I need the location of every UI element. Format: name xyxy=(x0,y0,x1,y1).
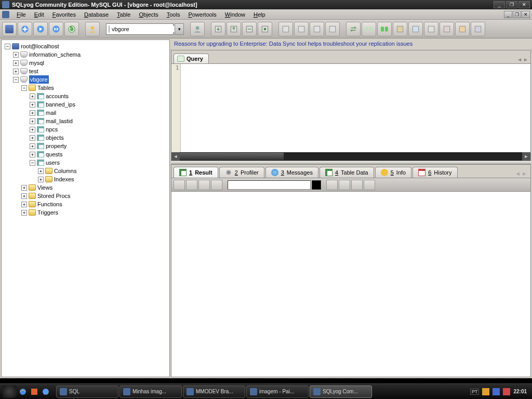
expander-icon[interactable]: − xyxy=(13,77,19,83)
users-button[interactable] xyxy=(190,22,205,36)
result-tool-1[interactable] xyxy=(326,180,338,190)
taskbar-item[interactable]: MMODEV Bra... xyxy=(183,385,245,398)
expander-icon[interactable]: + xyxy=(30,152,35,157)
menu-edit[interactable]: Edit xyxy=(30,10,48,19)
sql-editor[interactable]: 1 ◄ ► xyxy=(171,63,531,161)
tab-history[interactable]: 6 History xyxy=(413,167,457,178)
mdi-restore-button[interactable]: ❐ xyxy=(513,11,521,18)
tab-result[interactable]: 1 Result xyxy=(174,167,218,178)
tray-icon-1[interactable] xyxy=(482,388,489,395)
tab-next-icon[interactable]: ► xyxy=(523,57,528,62)
taskbar-clock[interactable]: 22:01 xyxy=(513,389,527,394)
expander-icon[interactable]: + xyxy=(38,177,44,182)
database-selector-input[interactable] xyxy=(112,26,183,32)
tree-node-stored-procs[interactable]: +Stored Procs xyxy=(20,192,168,200)
tree-node-test[interactable]: +test xyxy=(12,67,168,75)
database-selector[interactable] xyxy=(106,23,174,35)
tab-info[interactable]: 5 Info xyxy=(375,167,411,178)
expander-icon[interactable]: + xyxy=(21,210,27,216)
result-prev-button[interactable] xyxy=(186,180,197,190)
start-button[interactable] xyxy=(2,385,17,398)
tab-table-data[interactable]: 4 Table Data xyxy=(320,167,374,178)
menu-tools[interactable]: Tools xyxy=(163,10,184,19)
tree-node-functions[interactable]: +Functions xyxy=(20,200,168,208)
expander-icon[interactable]: + xyxy=(13,69,19,74)
tool-2-button[interactable] xyxy=(294,22,309,36)
backup-button[interactable] xyxy=(242,22,257,36)
tree-node-banned_ips[interactable]: +banned_ips xyxy=(29,100,168,109)
tray-icon-2[interactable] xyxy=(493,388,500,395)
mdi-close-button[interactable]: ✕ xyxy=(522,11,530,18)
close-button[interactable]: ✕ xyxy=(518,1,530,8)
taskbar-item[interactable]: Minhas imag... xyxy=(119,385,182,398)
tray-lang-icon[interactable]: PT xyxy=(470,389,480,395)
menu-powertools[interactable]: Powertools xyxy=(184,10,220,19)
user-manager-button[interactable] xyxy=(85,22,100,36)
menu-favorites[interactable]: Favorites xyxy=(48,10,80,19)
rtab-prev-icon[interactable]: ◄ xyxy=(515,170,521,177)
query-builder-button[interactable] xyxy=(408,22,423,36)
tab-messages[interactable]: 3 Messages xyxy=(265,167,318,178)
tool-d-button[interactable] xyxy=(471,22,485,36)
menu-table[interactable]: Table xyxy=(113,10,135,19)
expander-icon[interactable]: + xyxy=(21,202,27,207)
object-browser[interactable]: −root@localhost+information_schema+mysql… xyxy=(1,39,170,377)
expander-icon[interactable]: + xyxy=(30,127,35,132)
tree-node-vbgore[interactable]: −vbgore xyxy=(12,75,168,84)
scroll-right-icon[interactable]: ► xyxy=(522,152,530,161)
tool-1-button[interactable] xyxy=(278,22,293,36)
expander-icon[interactable]: + xyxy=(30,94,35,99)
add-button[interactable] xyxy=(18,22,32,36)
menu-help[interactable]: Help xyxy=(249,10,270,19)
sync-button[interactable] xyxy=(346,22,361,36)
result-filter-input[interactable] xyxy=(228,180,311,190)
compare-button[interactable] xyxy=(362,22,376,36)
expander-icon[interactable]: − xyxy=(30,160,35,166)
minimize-button[interactable]: _ xyxy=(494,1,505,8)
expander-icon[interactable]: − xyxy=(5,44,10,49)
taskbar-item[interactable]: imagem - Pai... xyxy=(246,385,309,398)
expander-icon[interactable]: + xyxy=(30,110,35,116)
result-color-swatch[interactable] xyxy=(312,180,321,190)
expander-icon[interactable]: + xyxy=(30,143,35,149)
execute-button[interactable] xyxy=(33,22,48,36)
tree-node-root-localhost[interactable]: −root@localhost xyxy=(4,42,168,50)
tool-b-button[interactable] xyxy=(440,22,454,36)
result-next-button[interactable] xyxy=(198,180,210,190)
menu-objects[interactable]: Objects xyxy=(135,10,162,19)
menu-file[interactable]: File xyxy=(12,10,30,19)
rtab-next-icon[interactable]: ► xyxy=(522,170,527,177)
expander-icon[interactable]: + xyxy=(21,185,27,191)
taskbar-item[interactable]: SQL xyxy=(56,385,118,398)
editor-hscrollbar[interactable]: ◄ ► xyxy=(171,152,530,161)
tree-node-tables[interactable]: −Tables xyxy=(20,84,168,92)
quicklaunch-icon-2[interactable] xyxy=(29,387,39,397)
restore-button[interactable] xyxy=(258,22,272,36)
tool-4-button[interactable] xyxy=(325,22,340,36)
tree-node-information_schema[interactable]: +information_schema xyxy=(12,50,168,59)
new-connection-button[interactable] xyxy=(2,22,17,36)
tree-node-mail[interactable]: +mail xyxy=(29,109,168,117)
tree-node-mail_lastid[interactable]: +mail_lastid xyxy=(29,117,168,125)
schema-button[interactable] xyxy=(393,22,407,36)
tool-3-button[interactable] xyxy=(310,22,324,36)
taskbar-item[interactable]: SQLyog Com... xyxy=(310,385,372,398)
result-grid[interactable] xyxy=(171,191,531,377)
tree-node-indexes[interactable]: +Indexes xyxy=(37,175,168,183)
diff-button[interactable] xyxy=(377,22,392,36)
mdi-minimize-button[interactable]: _ xyxy=(504,11,512,18)
scroll-left-icon[interactable]: ◄ xyxy=(171,152,180,161)
tree-node-objects[interactable]: +objects xyxy=(29,134,168,142)
expander-icon[interactable]: + xyxy=(30,135,35,141)
import-button[interactable] xyxy=(227,22,241,36)
result-first-button[interactable] xyxy=(174,180,185,190)
tree-node-accounts[interactable]: +accounts xyxy=(29,92,168,100)
expander-icon[interactable]: + xyxy=(13,60,19,66)
tree-node-triggers[interactable]: +Triggers xyxy=(20,208,168,217)
scroll-thumb[interactable] xyxy=(180,153,284,160)
execute-all-button[interactable] xyxy=(49,22,63,36)
tab-prev-icon[interactable]: ◄ xyxy=(517,57,522,62)
tree-node-views[interactable]: +Views xyxy=(20,183,168,192)
menu-window[interactable]: Window xyxy=(221,10,249,19)
tree-node-quests[interactable]: +quests xyxy=(29,150,168,158)
